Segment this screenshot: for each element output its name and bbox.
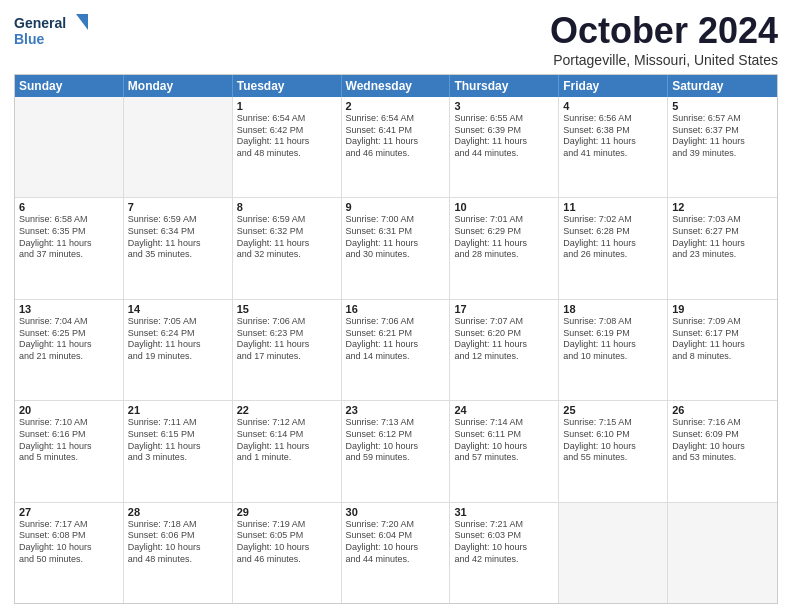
day-number: 3 [454, 100, 554, 112]
empty-cell [15, 97, 124, 197]
day-number: 25 [563, 404, 663, 416]
day-info: Sunrise: 6:58 AM Sunset: 6:35 PM Dayligh… [19, 214, 119, 261]
day-info: Sunrise: 7:01 AM Sunset: 6:29 PM Dayligh… [454, 214, 554, 261]
weekday-header-friday: Friday [559, 75, 668, 97]
day-info: Sunrise: 7:12 AM Sunset: 6:14 PM Dayligh… [237, 417, 337, 464]
svg-text:General: General [14, 15, 66, 31]
day-cell-14: 14Sunrise: 7:05 AM Sunset: 6:24 PM Dayli… [124, 300, 233, 400]
day-cell-17: 17Sunrise: 7:07 AM Sunset: 6:20 PM Dayli… [450, 300, 559, 400]
day-info: Sunrise: 6:54 AM Sunset: 6:41 PM Dayligh… [346, 113, 446, 160]
day-cell-23: 23Sunrise: 7:13 AM Sunset: 6:12 PM Dayli… [342, 401, 451, 501]
month-title: October 2024 [550, 10, 778, 52]
day-number: 7 [128, 201, 228, 213]
day-info: Sunrise: 6:55 AM Sunset: 6:39 PM Dayligh… [454, 113, 554, 160]
calendar-week-1: 1Sunrise: 6:54 AM Sunset: 6:42 PM Daylig… [15, 97, 777, 198]
day-number: 6 [19, 201, 119, 213]
day-cell-29: 29Sunrise: 7:19 AM Sunset: 6:05 PM Dayli… [233, 503, 342, 603]
day-number: 14 [128, 303, 228, 315]
day-info: Sunrise: 7:20 AM Sunset: 6:04 PM Dayligh… [346, 519, 446, 566]
day-cell-3: 3Sunrise: 6:55 AM Sunset: 6:39 PM Daylig… [450, 97, 559, 197]
day-number: 21 [128, 404, 228, 416]
weekday-header-wednesday: Wednesday [342, 75, 451, 97]
day-number: 4 [563, 100, 663, 112]
day-info: Sunrise: 7:19 AM Sunset: 6:05 PM Dayligh… [237, 519, 337, 566]
weekday-header-monday: Monday [124, 75, 233, 97]
day-info: Sunrise: 7:16 AM Sunset: 6:09 PM Dayligh… [672, 417, 773, 464]
day-cell-9: 9Sunrise: 7:00 AM Sunset: 6:31 PM Daylig… [342, 198, 451, 298]
logo-svg: General Blue [14, 10, 94, 54]
day-cell-27: 27Sunrise: 7:17 AM Sunset: 6:08 PM Dayli… [15, 503, 124, 603]
day-cell-20: 20Sunrise: 7:10 AM Sunset: 6:16 PM Dayli… [15, 401, 124, 501]
day-cell-13: 13Sunrise: 7:04 AM Sunset: 6:25 PM Dayli… [15, 300, 124, 400]
day-info: Sunrise: 6:59 AM Sunset: 6:32 PM Dayligh… [237, 214, 337, 261]
day-info: Sunrise: 7:06 AM Sunset: 6:23 PM Dayligh… [237, 316, 337, 363]
day-number: 20 [19, 404, 119, 416]
day-info: Sunrise: 7:06 AM Sunset: 6:21 PM Dayligh… [346, 316, 446, 363]
empty-cell [668, 503, 777, 603]
weekday-header-thursday: Thursday [450, 75, 559, 97]
day-number: 9 [346, 201, 446, 213]
day-cell-24: 24Sunrise: 7:14 AM Sunset: 6:11 PM Dayli… [450, 401, 559, 501]
day-cell-28: 28Sunrise: 7:18 AM Sunset: 6:06 PM Dayli… [124, 503, 233, 603]
day-number: 23 [346, 404, 446, 416]
day-number: 18 [563, 303, 663, 315]
title-area: October 2024 Portageville, Missouri, Uni… [550, 10, 778, 68]
day-info: Sunrise: 7:21 AM Sunset: 6:03 PM Dayligh… [454, 519, 554, 566]
day-info: Sunrise: 7:04 AM Sunset: 6:25 PM Dayligh… [19, 316, 119, 363]
day-info: Sunrise: 6:57 AM Sunset: 6:37 PM Dayligh… [672, 113, 773, 160]
calendar-week-4: 20Sunrise: 7:10 AM Sunset: 6:16 PM Dayli… [15, 401, 777, 502]
day-info: Sunrise: 7:03 AM Sunset: 6:27 PM Dayligh… [672, 214, 773, 261]
day-info: Sunrise: 7:05 AM Sunset: 6:24 PM Dayligh… [128, 316, 228, 363]
day-cell-2: 2Sunrise: 6:54 AM Sunset: 6:41 PM Daylig… [342, 97, 451, 197]
logo: General Blue [14, 10, 94, 54]
location: Portageville, Missouri, United States [550, 52, 778, 68]
day-cell-12: 12Sunrise: 7:03 AM Sunset: 6:27 PM Dayli… [668, 198, 777, 298]
day-number: 19 [672, 303, 773, 315]
day-number: 15 [237, 303, 337, 315]
day-number: 31 [454, 506, 554, 518]
calendar-week-3: 13Sunrise: 7:04 AM Sunset: 6:25 PM Dayli… [15, 300, 777, 401]
day-info: Sunrise: 7:18 AM Sunset: 6:06 PM Dayligh… [128, 519, 228, 566]
day-number: 10 [454, 201, 554, 213]
day-number: 11 [563, 201, 663, 213]
day-cell-1: 1Sunrise: 6:54 AM Sunset: 6:42 PM Daylig… [233, 97, 342, 197]
weekday-header-sunday: Sunday [15, 75, 124, 97]
day-number: 29 [237, 506, 337, 518]
day-cell-22: 22Sunrise: 7:12 AM Sunset: 6:14 PM Dayli… [233, 401, 342, 501]
day-info: Sunrise: 7:09 AM Sunset: 6:17 PM Dayligh… [672, 316, 773, 363]
day-info: Sunrise: 7:08 AM Sunset: 6:19 PM Dayligh… [563, 316, 663, 363]
empty-cell [124, 97, 233, 197]
calendar: SundayMondayTuesdayWednesdayThursdayFrid… [14, 74, 778, 604]
day-number: 8 [237, 201, 337, 213]
day-number: 13 [19, 303, 119, 315]
svg-marker-1 [76, 14, 88, 30]
day-number: 24 [454, 404, 554, 416]
calendar-week-2: 6Sunrise: 6:58 AM Sunset: 6:35 PM Daylig… [15, 198, 777, 299]
day-cell-19: 19Sunrise: 7:09 AM Sunset: 6:17 PM Dayli… [668, 300, 777, 400]
day-cell-16: 16Sunrise: 7:06 AM Sunset: 6:21 PM Dayli… [342, 300, 451, 400]
weekday-header-tuesday: Tuesday [233, 75, 342, 97]
calendar-header: SundayMondayTuesdayWednesdayThursdayFrid… [15, 75, 777, 97]
day-info: Sunrise: 6:59 AM Sunset: 6:34 PM Dayligh… [128, 214, 228, 261]
day-info: Sunrise: 7:10 AM Sunset: 6:16 PM Dayligh… [19, 417, 119, 464]
page: General Blue October 2024 Portageville, … [0, 0, 792, 612]
calendar-body: 1Sunrise: 6:54 AM Sunset: 6:42 PM Daylig… [15, 97, 777, 603]
day-number: 1 [237, 100, 337, 112]
day-info: Sunrise: 7:15 AM Sunset: 6:10 PM Dayligh… [563, 417, 663, 464]
day-number: 27 [19, 506, 119, 518]
day-cell-7: 7Sunrise: 6:59 AM Sunset: 6:34 PM Daylig… [124, 198, 233, 298]
day-number: 30 [346, 506, 446, 518]
day-info: Sunrise: 7:14 AM Sunset: 6:11 PM Dayligh… [454, 417, 554, 464]
day-number: 17 [454, 303, 554, 315]
day-number: 26 [672, 404, 773, 416]
day-number: 2 [346, 100, 446, 112]
day-cell-15: 15Sunrise: 7:06 AM Sunset: 6:23 PM Dayli… [233, 300, 342, 400]
day-info: Sunrise: 6:56 AM Sunset: 6:38 PM Dayligh… [563, 113, 663, 160]
day-cell-11: 11Sunrise: 7:02 AM Sunset: 6:28 PM Dayli… [559, 198, 668, 298]
day-info: Sunrise: 7:07 AM Sunset: 6:20 PM Dayligh… [454, 316, 554, 363]
day-cell-6: 6Sunrise: 6:58 AM Sunset: 6:35 PM Daylig… [15, 198, 124, 298]
day-cell-8: 8Sunrise: 6:59 AM Sunset: 6:32 PM Daylig… [233, 198, 342, 298]
day-cell-5: 5Sunrise: 6:57 AM Sunset: 6:37 PM Daylig… [668, 97, 777, 197]
day-number: 22 [237, 404, 337, 416]
day-cell-18: 18Sunrise: 7:08 AM Sunset: 6:19 PM Dayli… [559, 300, 668, 400]
